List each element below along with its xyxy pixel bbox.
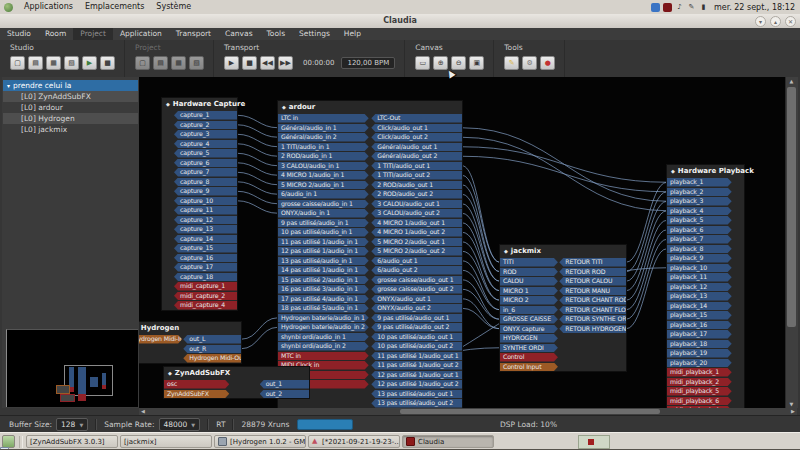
horizontal-scrollbar[interactable]: ◀ ▶ <box>139 408 797 415</box>
port-capture-10[interactable]: capture_10 <box>174 197 237 206</box>
port-capture-4[interactable]: capture_4 <box>174 140 237 149</box>
port-playback-18[interactable]: playback_18 <box>667 340 732 349</box>
node-zynaddsubfx[interactable]: ◆ZynAddSubFXoscZynAddSubFXout_1out_2 <box>163 366 310 399</box>
panel-clock[interactable]: mer. 22 sept., 18:12 <box>714 3 795 12</box>
node-header[interactable]: ◆jackmix <box>500 245 626 258</box>
menu-transport[interactable]: Transport <box>169 28 218 40</box>
panel-menu-syst-me[interactable]: Système <box>150 0 197 14</box>
port-playback-5[interactable]: playback_5 <box>667 216 732 225</box>
port-capture-8[interactable]: capture_8 <box>174 178 237 187</box>
port-micro-1[interactable]: MICRO 1 <box>500 287 558 296</box>
port-mtc-in[interactable]: MTC in <box>278 352 369 361</box>
port-capture-9[interactable]: capture_9 <box>174 187 237 196</box>
port-6-audio-in-1[interactable]: 6/audio_in 1 <box>278 190 369 199</box>
port-1-titi-audio-out-1[interactable]: 1 TITI/audio_out 1 <box>371 162 462 171</box>
xrun-clear-button[interactable]: ● <box>540 56 555 70</box>
port-10-pas-utilis-audio-in-1[interactable]: 10 pas utilisé/audio_in 1 <box>278 228 369 237</box>
port-midi-playback-1[interactable]: midi_playback_1 <box>667 368 732 377</box>
port-10-pas-utilis-audio-out-1[interactable]: 10 pas utilisé/audio_out 1 <box>371 333 462 342</box>
port-13-pas-utilis-audio-out-1[interactable]: 13 pas utilisé/audio_out 1 <box>371 390 462 399</box>
port-retour-titi[interactable]: RETOUR TITI <box>559 258 626 267</box>
port-playback-1[interactable]: playback_1 <box>667 178 732 187</box>
port-out-1[interactable]: out_1 <box>260 380 309 389</box>
port-4-micro-1-audio-out-1[interactable]: 4 MICRO 1/audio_out 1 <box>371 219 462 228</box>
tree-item-l0-jackmix[interactable]: [L0] jackmix <box>3 124 138 135</box>
node-jackmix[interactable]: ◆jackmixTITIRODCALOUMICRO 1MICRO 2in_6GR… <box>499 244 627 372</box>
port-12-pas-utilis-1-audio-out-1[interactable]: 12 pas utilisé 1/audio_out 1 <box>371 371 462 380</box>
port-capture-11[interactable]: capture_11 <box>174 206 237 215</box>
transport-backward-button[interactable]: ◀◀ <box>260 56 275 70</box>
port-shynbi-ordi-audio-in-2[interactable]: shynbi ordi/audio_in 2 <box>278 342 369 351</box>
port-grosse-caisse-audio-out-2[interactable]: grosse caisse/audio_out 2 <box>371 285 462 294</box>
port-3-calou-audio-in-1[interactable]: 3 CALOU/audio_in 1 <box>278 162 369 171</box>
port-playback-12[interactable]: playback_12 <box>667 283 732 292</box>
port-4-micro-1-audio-out-2[interactable]: 4 MICRO 1/audio_out 2 <box>371 228 462 237</box>
maximize-button[interactable]: ▴ <box>770 16 781 27</box>
menu-tools[interactable]: Tools <box>260 28 292 40</box>
patchbay-canvas[interactable]: ◆Hardware Capturecapture_1capture_2captu… <box>139 77 785 408</box>
port-onyx-audio-out-2[interactable]: ONYX/audio_out 2 <box>371 304 462 313</box>
save-project-button[interactable]: ▦ <box>171 56 186 70</box>
tree-item-l0-zynaddsubfx[interactable]: [L0] ZynAddSubFX <box>3 91 138 102</box>
menu-help[interactable]: Help <box>337 28 368 40</box>
port-midi-playback-4[interactable]: midi_playback_4 <box>667 406 732 408</box>
port-3-calou-audio-out-2[interactable]: 3 CALOU/audio_out 2 <box>371 209 462 218</box>
tree-item-l0-ardour[interactable]: [L0] ardour <box>3 102 138 113</box>
node-header[interactable]: ◆Hydrogen <box>139 322 241 335</box>
save-project-as-button[interactable]: ▧ <box>189 56 204 70</box>
port-hydrogen[interactable]: HYDROGEN <box>500 334 558 343</box>
port-control[interactable]: Control <box>500 353 558 362</box>
zoom-in-button[interactable]: ⊕ <box>433 56 448 70</box>
port-ltc-in[interactable]: LTC in <box>278 114 369 123</box>
menu-room[interactable]: Room <box>38 28 73 40</box>
sample-rate-select[interactable]: 48000 ▼ <box>159 418 201 431</box>
taskbar-button-claudia[interactable]: Claudia <box>402 435 494 448</box>
port-playback-15[interactable]: playback_15 <box>667 311 732 320</box>
port-16-pas-utilis-3-audio-in-1[interactable]: 16 pas utilisé 3/audio_in 1 <box>278 285 369 294</box>
port-titi[interactable]: TITI <box>500 258 558 267</box>
port-9-pas-utilis-audio-out-2[interactable]: 9 pas utilisé/audio_out 2 <box>371 323 462 332</box>
port-6-audio-out-2[interactable]: 6/audio_out 2 <box>371 266 462 275</box>
taskbar-button-jackmix[interactable]: [jackmix] <box>120 435 212 448</box>
port-synthe-ordi[interactable]: SYNTHE ORDI <box>500 344 558 353</box>
port-13-pas-utilis-audio-in-1[interactable]: 13 pas utilisé/audio_in 1 <box>278 257 369 266</box>
port-playback-19[interactable]: playback_19 <box>667 349 732 358</box>
port-g-n-ral-audio-in-1[interactable]: Général/audio_in 1 <box>278 124 369 133</box>
port-osc[interactable]: osc <box>164 380 229 389</box>
port-2-rod-audio-out-1[interactable]: 2 ROD/audio_out 1 <box>371 181 462 190</box>
canvas-minimap[interactable] <box>6 329 138 407</box>
port-retour-chant-flo[interactable]: RETOUR CHANT FLO <box>559 306 626 315</box>
port-capture-17[interactable]: capture_17 <box>174 263 237 272</box>
port-capture-15[interactable]: capture_15 <box>174 244 237 253</box>
scroll-left-icon[interactable]: ◀ <box>139 408 147 415</box>
titlebar[interactable]: Claudia ▾ ▴ ✕ <box>0 14 800 29</box>
port-hydrogen-baterie-audio-in-2[interactable]: Hydrogen baterie/audio_in 2 <box>278 323 369 332</box>
port-retour-hydrogen[interactable]: RETOUR HYDROGEN <box>559 325 626 334</box>
port-rod[interactable]: ROD <box>500 268 558 277</box>
port-g-n-ral-audio-out-2[interactable]: Général/audio_out 2 <box>371 152 462 161</box>
port-midi-playback-2[interactable]: midi_playback_2 <box>667 378 732 387</box>
port-onyx-capture[interactable]: ONYX capture <box>500 325 558 334</box>
taskbar-button-2021-09-21-19-23[interactable]: ▲[*2021-09-21-19-23-... <box>308 435 400 448</box>
menu-settings[interactable]: Settings <box>292 28 337 40</box>
port-click-audio-out-2[interactable]: Click/audio_out 2 <box>371 133 462 142</box>
port-playback-16[interactable]: playback_16 <box>667 321 732 330</box>
transport-stop-button[interactable]: ■ <box>242 56 257 70</box>
port-hydrogen-midi-in[interactable]: Hydrogen Midi-In <box>139 335 182 344</box>
recorder-icon[interactable] <box>663 3 672 12</box>
port-shynbi-ordi-audio-in-1[interactable]: shynbi ordi/audio_in 1 <box>278 333 369 342</box>
menu-application[interactable]: Application <box>113 28 169 40</box>
node-header[interactable]: ◆Hardware Capture <box>162 98 237 111</box>
save-studio-button[interactable]: ▦ <box>46 56 61 70</box>
workspace-switcher[interactable] <box>578 435 610 449</box>
transport-bpm-field[interactable]: 120,00 BPM <box>341 57 395 69</box>
port-11-pas-utilis-1-audio-in-1[interactable]: 11 pas utilisé 1/audio_in 1 <box>278 238 369 247</box>
battery-icon[interactable]: ▮ <box>699 3 708 12</box>
menu-studio[interactable]: Studio <box>0 28 38 40</box>
transport-forward-button[interactable]: ▶▶ <box>278 56 293 70</box>
open-studio-button[interactable]: ▤ <box>28 56 43 70</box>
port-playback-20[interactable]: playback_20 <box>667 359 732 368</box>
port-playback-8[interactable]: playback_8 <box>667 245 732 254</box>
port-g-n-ral-audio-in-2[interactable]: Général/audio_in 2 <box>278 133 369 142</box>
panel-menu-emplacements[interactable]: Emplacements <box>79 0 150 14</box>
